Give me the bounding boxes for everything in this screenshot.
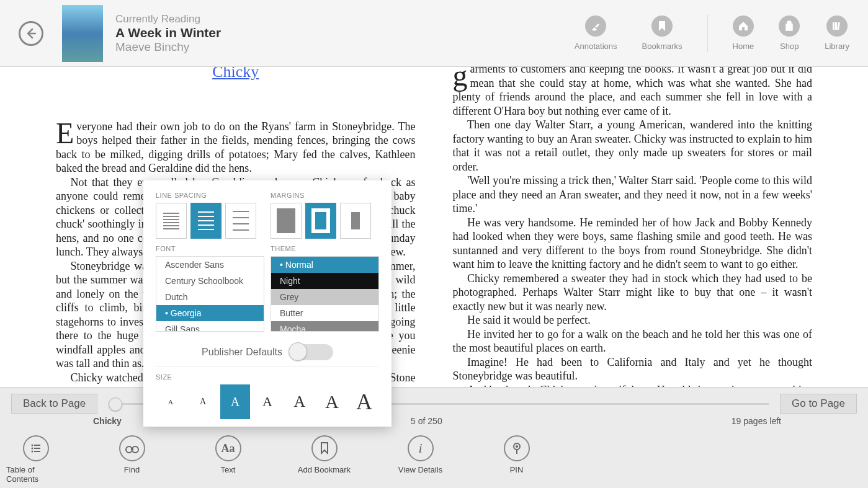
line-spacing-loose[interactable] [225,203,256,239]
paragraph: He invited her to go for a walk on the b… [453,327,813,355]
size-label: SIZE [156,373,379,381]
home-button[interactable]: Home [733,16,754,51]
paragraph: Imagine! He had been to California and I… [453,355,813,383]
size-option[interactable]: A [349,384,379,419]
publisher-defaults-label: Publisher Defaults [202,347,282,358]
home-icon [733,16,754,37]
margins-medium[interactable] [305,203,336,239]
font-option[interactable]: Century Schoolbook [156,273,264,289]
highlighter-icon [585,16,606,37]
margins-options [271,203,379,239]
text-settings-popup: LINE SPACING MARGINS FONT Ascender SansC… [143,180,391,427]
font-option[interactable]: Dutch [156,289,264,305]
svg-rect-11 [131,448,133,450]
publisher-defaults-toggle[interactable] [290,344,333,360]
svg-point-13 [516,445,518,448]
go-to-page-button[interactable]: Go to Page [780,394,857,414]
toc-button[interactable]: Table of Contents [6,435,65,484]
paragraph: Everyone had their own job to do on the … [56,120,416,175]
add-bookmark-button[interactable]: Add Bookmark [295,435,354,484]
size-option[interactable]: A [317,384,347,419]
paragraph: Chicky remembered a sweater they had in … [453,272,813,314]
margins-narrow[interactable] [271,203,302,239]
paragraph: garments to customers and keeping the bo… [453,62,813,118]
margins-label: MARGINS [271,192,379,199]
theme-option[interactable]: Butter [271,305,378,321]
svg-point-3 [31,445,33,446]
book-title: A Week in Winter [115,25,221,40]
svg-point-5 [31,448,33,450]
arrow-left-icon [25,27,37,40]
reading-status: Currently Reading [115,13,221,25]
bookmarks-button[interactable]: Bookmarks [642,16,682,51]
svg-rect-0 [833,22,834,30]
bag-icon [779,16,800,37]
pager-position: 5 of 250 [411,416,442,426]
font-label: FONT [156,245,264,252]
size-option[interactable]: A [285,384,315,419]
find-button[interactable]: Find [102,435,161,484]
top-bar: Currently Reading A Week in Winter Maeve… [0,0,868,67]
text-icon: Aa [215,435,241,461]
font-option[interactable]: Ascender Sans [156,257,264,273]
bookmark-add-icon [311,435,338,461]
line-spacing-label: LINE SPACING [156,192,264,199]
list-icon [23,435,49,461]
bottom-bar: Back to Page Go to Page Chicky 5 of 250 … [0,387,868,488]
svg-rect-8 [34,451,40,452]
svg-rect-4 [34,445,40,446]
paragraph: Then one day Walter Starr, a young Ameri… [453,118,813,174]
pager: Back to Page Go to Page [0,388,868,414]
theme-list[interactable]: NormalNightGreyButterMocha [271,256,379,332]
library-button[interactable]: Library [825,16,849,51]
font-option[interactable]: Georgia [156,305,264,321]
bookmark-icon [651,16,673,37]
svg-rect-6 [34,448,40,449]
font-option[interactable]: Gill Sans [156,321,264,332]
top-actions: Annotations Bookmarks Home Shop Library [575,15,849,52]
size-options: AAAAAAA [156,384,379,419]
margins-wide[interactable] [340,203,371,239]
pin-icon [504,435,530,461]
pager-chapter: Chicky [93,416,122,426]
back-button[interactable] [19,21,43,46]
book-author: Maeve Binchy [115,40,221,54]
app-bar: Table of Contents Find Aa Text Add Bookm… [0,426,868,484]
size-option[interactable]: A [253,384,282,419]
size-option[interactable]: A [156,384,186,419]
theme-option[interactable]: Mocha [271,321,378,332]
svg-point-7 [31,451,33,453]
size-option[interactable]: A [188,384,218,419]
text-settings-button[interactable]: Aa Text [199,435,257,484]
book-cover[interactable] [62,5,103,62]
paragraph: He was very handsome. He reminded her of… [453,216,813,272]
theme-option[interactable]: Night [271,273,378,289]
shop-button[interactable]: Shop [779,16,800,51]
theme-option[interactable]: Normal [271,257,378,273]
paragraph: 'Well you're missing a trick then,' Walt… [453,174,813,216]
line-spacing-tight[interactable] [156,203,187,239]
line-spacing-medium[interactable] [190,203,221,239]
view-details-button[interactable]: i View Details [391,435,450,484]
size-option[interactable]: A [220,384,250,419]
slider-thumb[interactable] [109,397,122,411]
svg-rect-1 [835,22,837,30]
annotations-button[interactable]: Annotations [575,16,617,51]
theme-option[interactable]: Grey [271,289,378,305]
line-spacing-options [156,203,264,239]
books-icon [826,16,848,37]
paragraph: He said it would be perfect. [453,313,813,327]
back-to-page-button[interactable]: Back to Page [11,394,97,414]
font-list[interactable]: Ascender SansCentury SchoolbookDutchGeor… [156,256,264,332]
divider [707,15,708,52]
svg-rect-2 [837,22,840,30]
theme-label: THEME [271,245,379,252]
right-column: garments to customers and keeping the bo… [444,43,869,387]
book-info: Currently Reading A Week in Winter Maeve… [115,13,221,54]
pin-button[interactable]: PIN [487,435,546,484]
pager-remaining: 19 pages left [732,416,781,426]
binoculars-icon [119,435,145,461]
info-icon: i [408,435,434,461]
